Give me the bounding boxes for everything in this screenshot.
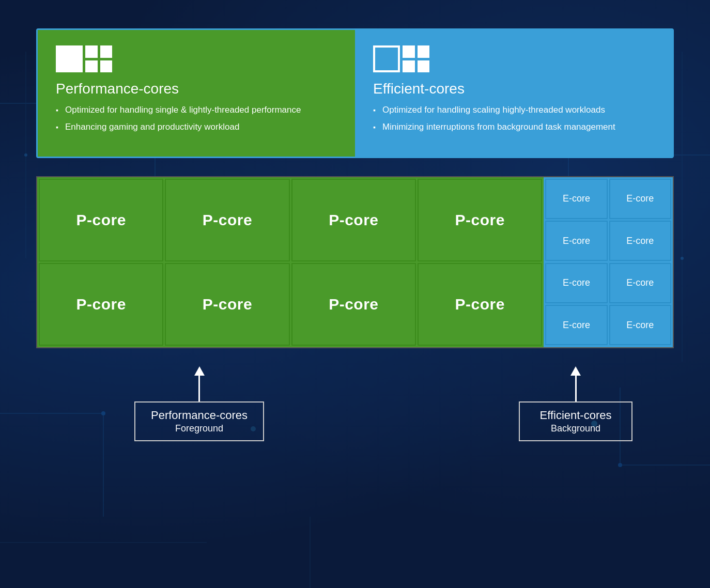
p-cores-bullet-2: Enhancing gaming and productivity worklo… [56,121,337,133]
p-cores-label-title: Performance-cores [151,409,248,422]
e-core-3: E-core [545,221,607,261]
top-info-section: Performance-cores Optimized for handling… [36,28,674,158]
e-core-1: E-core [545,179,607,219]
e-cores-windows-logo [373,45,654,72]
p-cores-arrow-line [198,376,200,401]
logo-sq-2 [100,45,113,58]
p-cores-title: Performance-cores [56,81,337,97]
e-core-7: E-core [545,305,607,345]
p-cores-label-box: Performance-cores Foreground [134,401,264,441]
e-cores-arrow-line [575,376,577,401]
p-cores-list: Optimized for handling single & lightly-… [56,104,337,133]
e-cores-label-title: Efficient-cores [535,409,616,422]
logo-sq-3 [85,60,98,73]
logo-big-outline [373,45,400,72]
p-core-5: P-core [39,263,163,346]
cpu-diagram: P-core P-core P-core P-core P-core P-cor… [36,176,674,348]
p-core-4: P-core [418,179,542,261]
p-core-7: P-core [291,263,416,346]
p-cores-arrow-head [194,366,205,376]
logo-sq-e-2 [418,45,430,58]
e-cores-title: Efficient-cores [373,81,654,97]
e-core-4: E-core [609,221,671,261]
e-cores-list: Optimized for handling scaling highly-th… [373,104,654,133]
svg-point-15 [618,463,622,467]
e-cores-label-subtitle: Background [535,423,616,434]
logo-sq-4 [100,60,113,73]
p-core-3: P-core [291,179,416,261]
p-core-8: P-core [418,263,542,346]
p-label-wrapper: Performance-cores Foreground [134,366,264,441]
logo-small-grid-e [403,45,429,72]
logo-sq-e-1 [403,45,415,58]
logo-sq-e-4 [418,60,430,73]
e-cores-info-panel: Efficient-cores Optimized for handling s… [355,30,672,157]
e-cores-bullet-1: Optimized for handling scaling highly-th… [373,104,654,116]
p-core-2: P-core [165,179,289,261]
logo-sq-1 [85,45,98,58]
p-core-6: P-core [165,263,289,346]
p-core-1: P-core [39,179,163,261]
p-cores-grid: P-core P-core P-core P-core P-core P-cor… [37,177,544,347]
e-core-6: E-core [609,263,671,303]
p-cores-label-subtitle: Foreground [151,423,248,434]
e-core-5: E-core [545,263,607,303]
e-core-8: E-core [609,305,671,345]
e-cores-grid: E-core E-core E-core E-core E-core E-cor… [544,177,673,347]
p-cores-windows-logo [56,45,337,72]
p-cores-info-panel: Performance-cores Optimized for handling… [38,30,355,157]
e-cores-arrow-head [570,366,581,376]
p-cores-bullet-1: Optimized for handling single & lightly-… [56,104,337,116]
e-cores-label-box: Efficient-cores Background [519,401,632,441]
main-content: Performance-cores Optimized for handling… [0,0,710,462]
logo-sq-e-3 [403,60,415,73]
logo-big-square [56,45,83,72]
logo-small-grid [85,45,112,72]
e-core-2: E-core [609,179,671,219]
e-label-wrapper: Efficient-cores Background [519,366,632,441]
bottom-labels: Performance-cores Foreground Efficient-c… [36,366,674,441]
e-cores-bullet-2: Minimizing interruptions from background… [373,121,654,133]
